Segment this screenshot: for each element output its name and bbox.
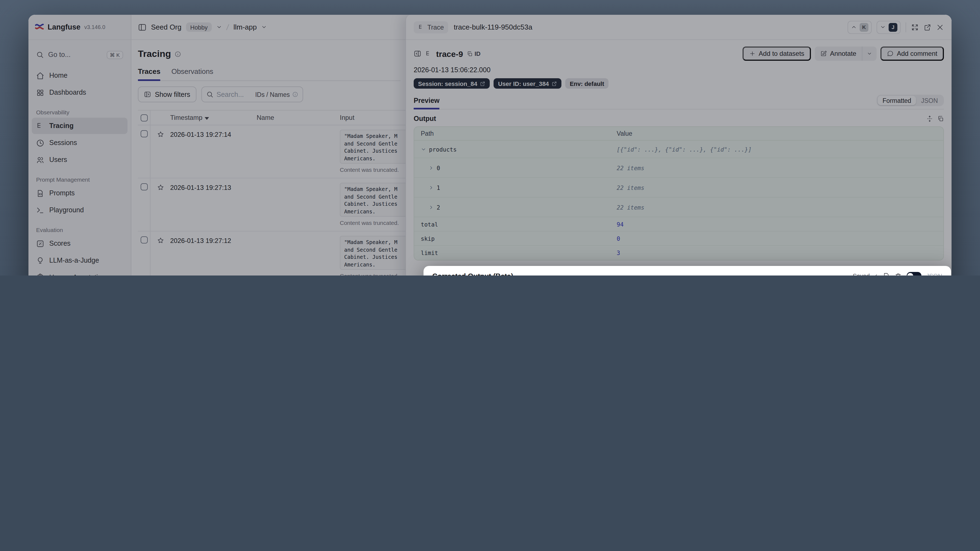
toggle-knob [907,273,913,276]
corrected-output-drawer: Corrected Output (Beta) Saved JSON 1{2 "… [423,266,951,276]
trash-icon[interactable] [894,272,902,276]
drawer-title: Corrected Output (Beta) [432,272,513,276]
json-toggle-label: JSON [926,272,942,276]
saved-status: Saved [853,272,877,276]
modal-dim-overlay [29,15,951,276]
save-file-icon[interactable] [882,272,889,276]
app-window: Langfuse v3.146.0 Go to... ⌘ K Home Dash… [29,15,951,276]
json-toggle[interactable] [907,272,921,276]
desktop: Langfuse v3.146.0 Go to... ⌘ K Home Dash… [0,0,980,276]
check-icon [871,273,877,276]
